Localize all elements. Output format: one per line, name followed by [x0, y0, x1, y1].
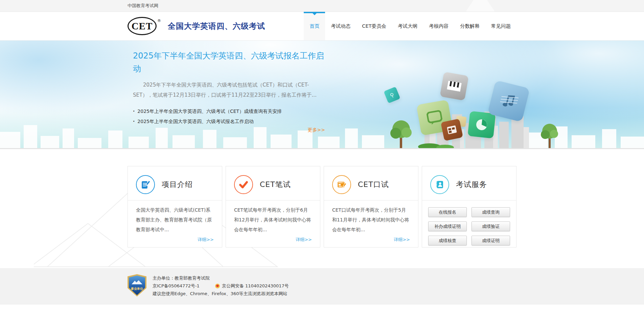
banner-summary: 2025年下半年全国大学英语四、六级考试包括笔试（CET）和口试（CET-SET…	[133, 80, 325, 100]
main-nav: 首页 考试动态 CET委员会 考试大纲 考核内容 分数解释 常见问题	[304, 12, 516, 40]
public-institution-badge: 事业单位	[128, 274, 146, 296]
site-title: 全国大学英语四、六级考试	[168, 21, 265, 31]
detail-link[interactable]: 详细>>	[136, 237, 214, 243]
registered-mark: ®	[157, 19, 161, 23]
nav-item-faq[interactable]: 常见问题	[485, 12, 516, 40]
card-title: CET笔试	[260, 180, 291, 190]
footer: 事业单位 主办单位：教育部教育考试院 京ICP备05064772号-1 京公网安…	[0, 268, 644, 305]
score-check-button[interactable]: 成绩核查	[428, 236, 467, 245]
banner-content: 2025年下半年全国大学英语四、六级考试报名工作启动 2025年下半年全国大学英…	[128, 41, 325, 133]
more-link[interactable]: 更多>>	[133, 127, 325, 133]
police-badge-icon	[215, 284, 220, 288]
brand[interactable]: CET ® 全国大学英语四、六级考试	[128, 17, 265, 35]
score-certificate-button[interactable]: 成绩证明	[472, 236, 510, 245]
icp-license-link[interactable]: 京ICP备05064772号-1	[153, 282, 200, 290]
card-text: 全国大学英语四、六级考试(CET)系教育部主办、教育部教育考试院（原教育部考试中…	[136, 205, 214, 235]
contact-book-icon	[430, 175, 449, 194]
site-header: CET ® 全国大学英语四、六级考试 首页 考试动态 CET委员会 考试大纲 考…	[0, 12, 644, 41]
score-verification-button[interactable]: 成绩验证	[472, 221, 510, 231]
browser-pencil-icon	[332, 175, 351, 194]
card-oral-test: CET口试 CET口试每年开考两次，分别于5月和11月举行，具体考试时间我中心将…	[324, 166, 418, 247]
detail-link[interactable]: 详细>>	[332, 237, 410, 243]
card-written-test: CET笔试 CET笔试每年开考两次，分别于6月和12月举行，具体考试时间我中心将…	[226, 166, 320, 247]
browser-tip-line: 建议您使用Edge、Chrome、Firefox、360等主流浏览器浏览本网站	[153, 290, 288, 298]
card-project-intro: 项目介绍 全国大学英语四、六级考试(CET)系教育部主办、教育部教育考试院（原教…	[128, 166, 222, 247]
portal-link[interactable]: 中国教育考试网	[128, 3, 158, 9]
card-exam-services: 考试服务 在线报名 成绩查询 补办成绩证明 成绩验证 成绩核查 成绩证明	[422, 166, 516, 247]
nav-item-cet-committee[interactable]: CET委员会	[356, 12, 392, 40]
card-text: CET口试每年开考两次，分别于5月和11月举行，具体考试时间我中心将会在每年年初…	[332, 205, 410, 235]
badge-label: 事业单位	[129, 287, 145, 291]
news-item[interactable]: 2025年上半年全国大学英语四、六级考试（CET）成绩查询有关安排	[133, 106, 325, 116]
footer-text: 主办单位：教育部教育考试院 京ICP备05064772号-1 京公网安备 110…	[153, 274, 289, 298]
service-buttons: 在线报名 成绩查询 补办成绩证明 成绩验证 成绩核查 成绩证明	[422, 200, 516, 245]
cet-logo: CET	[128, 17, 157, 35]
main-section: 项目介绍 全国大学英语四、六级考试(CET)系教育部主办、教育部教育考试院（原教…	[0, 149, 644, 268]
banner-news-list: 2025年上半年全国大学英语四、六级考试（CET）成绩查询有关安排 2025年上…	[133, 106, 325, 126]
top-utility-bar: 中国教育考试网	[0, 0, 644, 12]
banner-headline[interactable]: 2025年下半年全国大学英语四、六级考试报名工作启动	[133, 49, 325, 75]
nav-item-exam-syllabus[interactable]: 考试大纲	[392, 12, 423, 40]
score-query-button[interactable]: 成绩查询	[472, 207, 510, 217]
online-registration-button[interactable]: 在线报名	[428, 207, 467, 217]
cet-logo-text: CET	[132, 21, 153, 32]
hero-banner: ⚲ 2025年下半年全国大学英语四、六级考试报名工作启动 2025年下半年全国大…	[0, 41, 644, 149]
card-title: 项目介绍	[162, 180, 193, 190]
public-security-license-link[interactable]: 京公网安备 11040202430017号	[222, 282, 289, 290]
feature-cards: 项目介绍 全国大学英语四、六级考试(CET)系教育部主办、教育部教育考试院（原教…	[128, 149, 516, 247]
bottom-spacer	[0, 305, 644, 333]
organizer-line: 主办单位：教育部教育考试院	[153, 274, 210, 282]
nav-item-score-interpretation[interactable]: 分数解释	[454, 12, 485, 40]
badge-mountain-art	[132, 280, 142, 284]
page: 中国教育考试网 CET ® 全国大学英语四、六级考试 首页 考试动态 CET委员…	[0, 0, 644, 333]
card-title: 考试服务	[456, 180, 487, 190]
news-item[interactable]: 2025年上半年全国大学英语四、六级考试报名工作启动	[133, 116, 325, 126]
document-pencil-icon	[136, 175, 155, 194]
nav-item-exam-news[interactable]: 考试动态	[325, 12, 356, 40]
nav-item-assessment-content[interactable]: 考核内容	[423, 12, 454, 40]
card-title: CET口试	[358, 180, 389, 190]
card-text: CET笔试每年开考两次，分别于6月和12月举行，具体考试时间我中心将会在每年年初…	[234, 205, 312, 235]
detail-link[interactable]: 详细>>	[234, 237, 312, 243]
reissue-certificate-button[interactable]: 补办成绩证明	[428, 221, 467, 231]
nav-item-home[interactable]: 首页	[304, 12, 325, 40]
check-icon	[234, 175, 253, 194]
